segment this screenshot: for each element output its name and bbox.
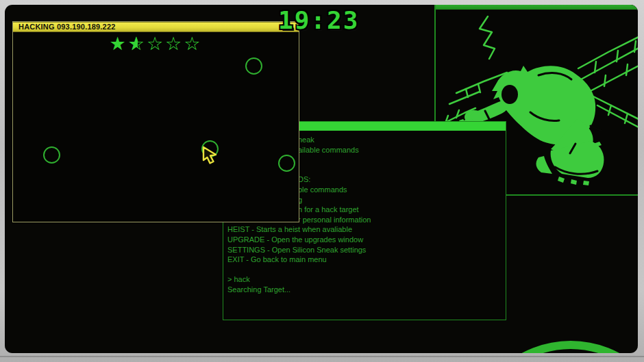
clock: 19:23 [278,6,359,34]
star-rating: ★☆★☆☆☆ [13,34,299,54]
hacking-window-title: HACKING 093.190.189.222 [18,23,116,31]
monitor-bezel-seam [0,356,644,357]
hacking-window-titlebar[interactable]: HACKING 093.190.189.222 [13,22,299,32]
radar-arc [468,341,638,353]
hack-target-circle[interactable] [278,155,295,172]
star-empty-icon: ☆ [184,34,202,54]
terminal-line [227,265,501,275]
crt-screen: IMAGE [5,5,638,353]
hacking-window: HACKING 093.190.189.222 ★☆★☆☆☆ [12,21,299,222]
terminal-line: SETTINGS - Open Silicon Sneak settings [227,245,501,255]
mouse-cursor-icon [201,146,219,165]
terminal-line: > hack [227,274,501,285]
terminal-line: EXIT - Go back to main menu [227,255,501,265]
star-empty-icon: ☆ [165,34,184,54]
terminal-line: UPGRADE - Open the upgrades window [227,235,501,245]
image-window-title: IMAGE [439,5,462,8]
image-window-titlebar[interactable]: IMAGE [436,5,638,10]
star-full-icon: ★ [109,34,127,54]
wall-crack [480,16,495,59]
star-half-icon: ☆★ [128,34,147,54]
hack-target-circle[interactable] [245,57,262,75]
star-empty-icon: ☆ [147,34,165,54]
terminal-line: Searching Target... [227,285,501,295]
terminal-line: HEIST - Starts a heist when avaliable [227,224,501,235]
hack-target-circle[interactable] [43,146,60,164]
